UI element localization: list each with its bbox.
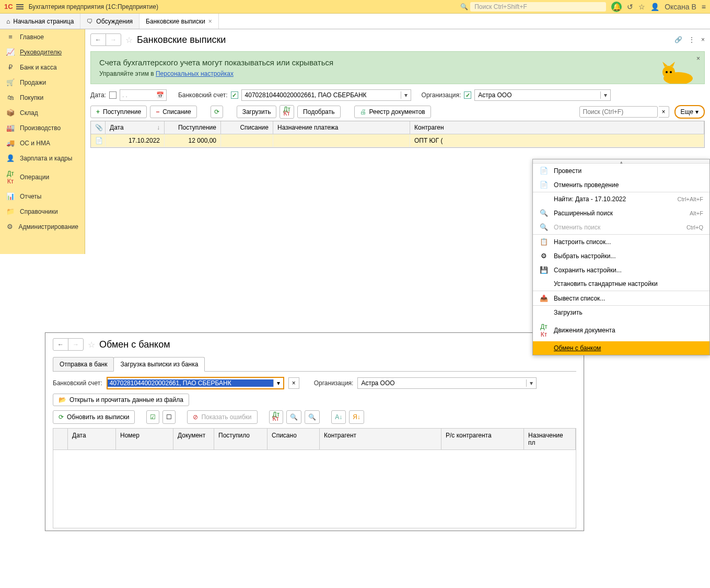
column-document[interactable]: Документ xyxy=(173,429,214,449)
sidebar-item-warehouse[interactable]: 📦Склад xyxy=(0,105,85,120)
sidebar-item-reports[interactable]: 📊Отчеты xyxy=(0,189,85,204)
tab-start[interactable]: ⌂ Начальная страница xyxy=(0,14,80,29)
sort-asc-button[interactable]: А↓ xyxy=(331,410,346,424)
star-icon[interactable]: ☆ xyxy=(88,340,95,350)
date-input[interactable]: . .📅 xyxy=(120,89,167,101)
kebab-menu-icon[interactable]: ⋮ xyxy=(689,36,695,43)
column-purpose[interactable]: Назначение пл xyxy=(524,429,576,449)
uncheck-all-button[interactable]: ☐ xyxy=(162,410,176,424)
column-outcome[interactable]: Списание xyxy=(221,121,273,134)
org-dropdown[interactable]: Астра ООО ▾ xyxy=(357,377,537,389)
menu-load[interactable]: Загрузить xyxy=(533,306,709,319)
sidebar-item-production[interactable]: 🏭Производство xyxy=(0,120,85,135)
menu-find[interactable]: Найти: Дата - 17.10.2022Ctrl+Alt+F xyxy=(533,192,709,206)
more-button[interactable]: Еще▾ xyxy=(674,105,705,119)
column-date[interactable]: Дата↓ xyxy=(106,121,165,134)
menu-default-settings[interactable]: Установить стандартные настройки xyxy=(533,277,709,291)
history-icon[interactable]: ↺ xyxy=(627,3,633,11)
sidebar-item-operations[interactable]: ДтКтОперации xyxy=(0,166,85,189)
table-row[interactable]: 📄 17.10.2022 12 000,00 ОПТ ЮГ ( xyxy=(91,134,704,147)
column-income[interactable]: Поступление xyxy=(165,121,221,134)
dtkt-button[interactable]: ДтКт xyxy=(269,410,284,424)
show-errors-button[interactable]: ⊘Показать ошибки xyxy=(187,410,257,424)
close-tab-icon[interactable]: × xyxy=(208,18,212,25)
org-checkbox[interactable]: ✓ xyxy=(464,91,471,99)
pick-button[interactable]: Подобрать xyxy=(297,106,340,118)
menu-bank-exchange[interactable]: Обмен с банком xyxy=(533,341,709,355)
tab-send-to-bank[interactable]: Отправка в банк xyxy=(53,357,114,371)
column-purpose[interactable]: Назначение платежа xyxy=(273,121,410,134)
org-dropdown[interactable]: Астра ООО ▾ xyxy=(474,89,611,101)
favorites-icon[interactable]: ☆ xyxy=(638,3,645,11)
nav-back-button[interactable]: ← xyxy=(91,34,106,45)
banner-close-icon[interactable]: × xyxy=(696,55,700,62)
nav-forward-button[interactable]: → xyxy=(68,339,83,350)
column-account[interactable]: Р/с контрагента xyxy=(441,429,524,449)
sidebar-item-sales[interactable]: 🛒Продажи xyxy=(0,75,85,90)
menu-grip[interactable]: ▴ xyxy=(533,159,709,164)
banner-link[interactable]: Персональных настройках xyxy=(156,70,234,77)
sidebar-item-purchases[interactable]: 🛍Покупки xyxy=(0,90,85,105)
column-number[interactable]: Номер xyxy=(116,429,173,449)
tab-bank-statements[interactable]: Банковские выписки × xyxy=(139,14,219,29)
panel-menu-icon[interactable]: ≡ xyxy=(702,3,706,11)
bank-checkbox[interactable]: ✓ xyxy=(231,91,238,99)
sidebar-item-bank[interactable]: ₽Банк и касса xyxy=(0,60,85,75)
registry-button[interactable]: 🖨Реестр документов xyxy=(354,106,431,118)
load-button[interactable]: Загрузить xyxy=(237,106,277,118)
clear-button[interactable]: × xyxy=(288,377,299,389)
cancel-find-button[interactable]: 🔍 xyxy=(305,410,320,424)
column-check[interactable] xyxy=(53,429,68,449)
outcome-button[interactable]: −Списание xyxy=(150,106,197,118)
main-menu-burger[interactable] xyxy=(16,3,24,10)
sidebar-item-manager[interactable]: 📈Руководителю xyxy=(0,44,85,60)
menu-post[interactable]: 📄Провести xyxy=(533,164,709,178)
menu-choose-settings[interactable]: ⚙Выбрать настройки... xyxy=(533,249,709,263)
global-search-input[interactable]: Поиск Ctrl+Shift+F xyxy=(470,2,606,11)
column-counterparty[interactable]: Контрагент xyxy=(320,429,441,449)
sort-desc-button[interactable]: Я↓ xyxy=(349,410,364,424)
calendar-icon[interactable]: 📅 xyxy=(156,91,164,99)
chevron-down-icon[interactable]: ▾ xyxy=(526,379,536,387)
nav-forward-button[interactable]: → xyxy=(106,34,121,45)
refresh-button[interactable]: ⟳ xyxy=(211,106,223,118)
link-icon[interactable]: 🔗 xyxy=(674,36,682,43)
sidebar-item-catalogs[interactable]: 📁Справочники xyxy=(0,204,85,219)
menu-movements[interactable]: ДтКтДвижения документа xyxy=(533,319,709,341)
menu-output-list[interactable]: 📤Вывести список... xyxy=(533,291,709,305)
chevron-down-icon[interactable]: ▾ xyxy=(273,379,283,387)
dtkt-button[interactable]: ДтКт xyxy=(280,105,294,119)
sidebar-item-assets[interactable]: 🚚ОС и НМА xyxy=(0,135,85,151)
bank-account-dropdown[interactable]: 40702810440020002661, ПАО СБЕРБАНК ▾ xyxy=(241,89,411,101)
sidebar-item-main[interactable]: ≡Главное xyxy=(0,29,85,44)
search-clear-button[interactable]: × xyxy=(659,106,669,118)
star-icon[interactable]: ☆ xyxy=(125,35,133,45)
column-date[interactable]: Дата xyxy=(68,429,116,449)
date-checkbox[interactable] xyxy=(109,91,117,99)
close-icon[interactable]: × xyxy=(701,36,705,43)
income-button[interactable]: +Поступление xyxy=(90,106,147,118)
search-input[interactable] xyxy=(579,106,658,118)
chevron-down-icon[interactable]: ▾ xyxy=(401,91,411,99)
user-name[interactable]: Оксана В xyxy=(665,3,696,11)
sidebar-item-payroll[interactable]: 👤Зарплата и кадры xyxy=(0,151,85,166)
bank-account-input[interactable]: 40702810440020002661, ПАО СБЕРБАНК ▾ xyxy=(107,377,284,389)
tab-discussions[interactable]: 🗨 Обсуждения xyxy=(80,14,139,29)
check-all-button[interactable]: ☑ xyxy=(146,410,159,424)
column-clip[interactable]: 📎 xyxy=(91,121,106,134)
menu-save-settings[interactable]: 💾Сохранить настройки... xyxy=(533,263,709,277)
refresh-button[interactable]: ⟳Обновить из выписки xyxy=(53,410,135,424)
sidebar-item-admin[interactable]: ⚙Администрирование xyxy=(0,219,85,234)
open-file-button[interactable]: 📂Открыть и прочитать данные из файла xyxy=(53,394,189,406)
menu-setup-list[interactable]: 📋Настроить список... xyxy=(533,235,709,249)
menu-advanced-find[interactable]: 🔍Расширенный поискAlt+F xyxy=(533,206,709,220)
notifications-bell-icon[interactable]: 🔔 xyxy=(611,2,622,12)
chevron-down-icon[interactable]: ▾ xyxy=(600,91,610,99)
menu-unpost[interactable]: 📄Отменить проведение xyxy=(533,178,709,192)
column-received[interactable]: Поступило xyxy=(214,429,267,449)
tab-load-from-bank[interactable]: Загрузка выписки из банка xyxy=(113,357,205,372)
find-button[interactable]: 🔍 xyxy=(286,410,301,424)
column-written[interactable]: Списано xyxy=(267,429,320,449)
column-counterparty[interactable]: Контраген xyxy=(410,121,704,134)
nav-back-button[interactable]: ← xyxy=(53,339,68,350)
